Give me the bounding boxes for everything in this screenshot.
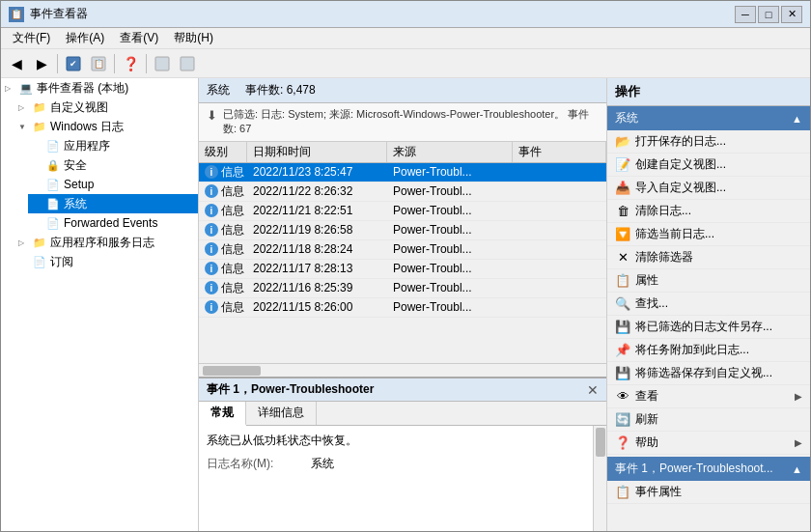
- horizontal-scrollbar[interactable]: [199, 363, 606, 377]
- cell-level: i 信息: [199, 261, 247, 277]
- action-item-12[interactable]: 🔄 刷新: [607, 408, 810, 432]
- detail-close-button[interactable]: ✕: [587, 382, 599, 398]
- sidebar-item-root-label: 事件查看器 (本地): [37, 80, 128, 97]
- table-row[interactable]: i 信息 2022/11/19 8:26:58 Power-Troubl...: [199, 221, 606, 240]
- log-icon-subs: 📄: [32, 254, 47, 269]
- sidebar-item-forwarded[interactable]: 📄 Forwarded Events: [28, 213, 198, 233]
- action-item-11[interactable]: 👁 查看 ▶: [607, 385, 810, 408]
- cell-datetime: 2022/11/15 8:26:00: [247, 300, 387, 314]
- toolbar-btn-2[interactable]: 📋: [87, 52, 110, 75]
- action-event-label-0: 事件属性: [635, 484, 682, 500]
- menu-view[interactable]: 查看(V): [112, 28, 166, 48]
- action-item-8[interactable]: 💾 将已筛选的日志文件另存...: [607, 316, 810, 339]
- sidebar-item-setup[interactable]: 📄 Setup: [28, 175, 198, 194]
- window-controls: ─ □ ✕: [735, 6, 802, 23]
- expand-icon-appservice: ▷: [18, 238, 32, 247]
- detail-tabs: 常规 详细信息: [199, 402, 606, 426]
- table-row[interactable]: i 信息 2022/11/15 8:26:00 Power-Troubl...: [199, 298, 606, 318]
- system-label: 系统: [207, 82, 230, 98]
- action-label-9: 将任务附加到此日志...: [635, 342, 749, 358]
- cell-source: Power-Troubl...: [387, 262, 513, 275]
- cell-level-text: 信息: [221, 241, 244, 258]
- cell-source: Power-Troubl...: [387, 300, 513, 314]
- table-row[interactable]: i 信息 2022/11/16 8:25:39 Power-Troubl...: [199, 279, 606, 298]
- minimize-button[interactable]: ─: [735, 6, 756, 23]
- cell-source: Power-Troubl...: [387, 242, 513, 256]
- col-header-datetime[interactable]: 日期和时间: [247, 142, 387, 162]
- sidebar-item-root[interactable]: ▷ 💻 事件查看器 (本地): [1, 78, 198, 98]
- maximize-button[interactable]: □: [758, 6, 779, 23]
- sidebar-item-subscriptions[interactable]: 📄 订阅: [14, 252, 198, 271]
- title-bar: 📋 事件查看器 ─ □ ✕: [1, 1, 810, 28]
- table-row[interactable]: i 信息 2022/11/22 8:26:32 Power-Troubl...: [199, 182, 606, 202]
- col-header-level[interactable]: 级别: [199, 142, 247, 162]
- action-label-0: 打开保存的日志...: [635, 133, 726, 150]
- action-item-10[interactable]: 💾 将筛选器保存到自定义视...: [607, 362, 810, 385]
- toolbar-btn-4[interactable]: [176, 52, 199, 75]
- sidebar-item-application[interactable]: 📄 应用程序: [28, 136, 198, 155]
- detail-vscroll-thumb: [596, 428, 605, 457]
- sidebar-item-security[interactable]: 🔒 安全: [28, 155, 198, 175]
- action-item-9[interactable]: 📌 将任务附加到此日志...: [607, 339, 810, 362]
- action-item-4[interactable]: 🔽 筛选当前日志...: [607, 223, 810, 246]
- toolbar-separator-3: [146, 54, 147, 73]
- tab-details[interactable]: 详细信息: [246, 402, 317, 425]
- svg-rect-4: [155, 57, 169, 70]
- toolbar: ◀ ▶ ✔ 📋 ❓: [1, 49, 810, 78]
- app-icon: 📋: [9, 7, 24, 22]
- cell-level-text: 信息: [221, 203, 244, 219]
- action-label-4: 筛选当前日志...: [635, 226, 714, 242]
- action-item-3[interactable]: 🗑 清除日志...: [607, 200, 810, 223]
- action-label-5: 清除筛选器: [635, 249, 693, 266]
- action-item-6[interactable]: 📋 属性: [607, 269, 810, 293]
- cell-level: i 信息: [199, 280, 247, 296]
- detail-val-logname: 系统: [311, 456, 334, 472]
- action-icon-13: ❓: [615, 435, 630, 451]
- action-item-7[interactable]: 🔍 查找...: [607, 293, 810, 316]
- cell-level-text: 信息: [221, 261, 244, 277]
- action-icon-10: 💾: [615, 366, 630, 381]
- action-item-5[interactable]: ✕ 清除筛选器: [607, 246, 810, 269]
- sidebar-item-windowslogs[interactable]: ▼ 📁 Windows 日志: [14, 117, 198, 136]
- close-button[interactable]: ✕: [781, 6, 802, 23]
- action-icon-3: 🗑: [615, 204, 630, 219]
- section-system-label: 系统: [615, 110, 638, 126]
- sidebar-item-system[interactable]: 📄 系统: [28, 194, 198, 213]
- toolbar-btn-1[interactable]: ✔: [62, 52, 85, 75]
- action-label-1: 创建自定义视图...: [635, 156, 726, 173]
- actions-section-event: 事件 1，Power-Troubleshoot... ▲: [607, 457, 810, 481]
- filter-icon: ⬇: [207, 108, 217, 123]
- toolbar-help[interactable]: ❓: [119, 52, 142, 75]
- event-table: 级别 日期和时间 来源 事件 i 信息 2022/11/23 8:25:47 P…: [199, 142, 606, 377]
- event-count-bar: 系统 事件数: 6,478: [199, 78, 606, 103]
- level-info-icon: i: [205, 262, 218, 275]
- level-info-icon: i: [205, 281, 218, 294]
- table-row[interactable]: i 信息 2022/11/17 8:28:13 Power-Troubl...: [199, 260, 606, 279]
- cell-level-text: 信息: [221, 299, 244, 316]
- menu-file[interactable]: 文件(F): [5, 28, 58, 48]
- cell-level: i 信息: [199, 222, 247, 238]
- level-info-icon: i: [205, 184, 218, 198]
- table-row[interactable]: i 信息 2022/11/18 8:28:24 Power-Troubl...: [199, 240, 606, 260]
- action-item-0[interactable]: 📂 打开保存的日志...: [607, 130, 810, 154]
- forward-button[interactable]: ▶: [30, 52, 53, 75]
- detail-vscroll[interactable]: [593, 426, 606, 531]
- action-item-event-0[interactable]: 📋 事件属性: [607, 481, 810, 504]
- action-item-2[interactable]: 📥 导入自定义视图...: [607, 177, 810, 200]
- col-header-eventid[interactable]: 事件: [513, 142, 606, 162]
- table-row[interactable]: i 信息 2022/11/23 8:25:47 Power-Troubl...: [199, 163, 606, 182]
- toolbar-btn-3[interactable]: [151, 52, 174, 75]
- back-button[interactable]: ◀: [5, 52, 28, 75]
- action-item-13[interactable]: ❓ 帮助 ▶: [607, 432, 810, 455]
- action-item-1[interactable]: 📝 创建自定义视图...: [607, 154, 810, 177]
- sidebar-item-customviews[interactable]: ▷ 📁 自定义视图: [14, 98, 198, 117]
- filter-bar: ⬇ 已筛选: 日志: System; 来源: Microsoft-Windows…: [199, 103, 606, 142]
- menu-help[interactable]: 帮助(H): [166, 28, 221, 48]
- table-row[interactable]: i 信息 2022/11/21 8:22:51 Power-Troubl...: [199, 202, 606, 221]
- menu-action[interactable]: 操作(A): [58, 28, 112, 48]
- svg-rect-5: [181, 57, 194, 70]
- sidebar-item-appservicelogs[interactable]: ▷ 📁 应用程序和服务日志: [14, 233, 198, 252]
- col-header-source[interactable]: 来源: [387, 142, 513, 162]
- tab-general[interactable]: 常规: [199, 402, 246, 426]
- actions-list-event: 📋 事件属性: [607, 481, 810, 504]
